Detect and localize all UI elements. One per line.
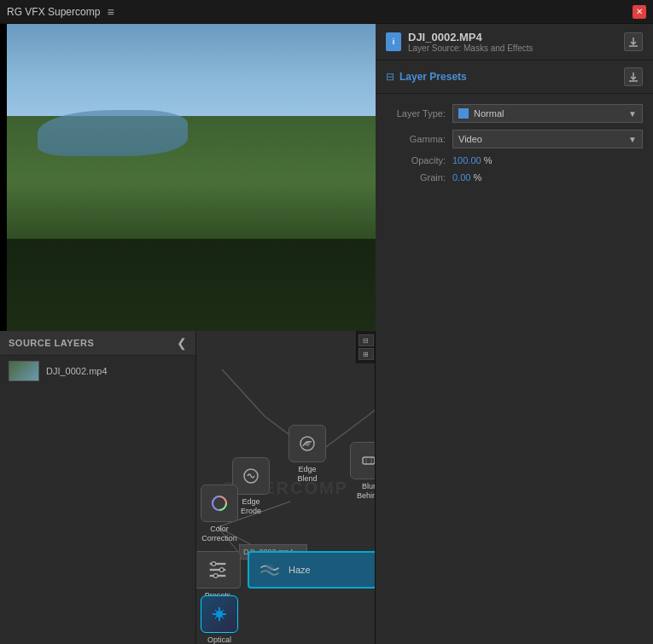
node-label-color-correction: Color Correction xyxy=(201,525,237,543)
grain-label: Grain: xyxy=(386,172,446,183)
preview-dark1 xyxy=(0,239,376,331)
property-row-layer-type: Layer Type: Normal ▼ xyxy=(376,101,653,126)
grain-value-area: 0.00 % xyxy=(452,172,643,183)
node-presets[interactable]: Presets xyxy=(196,551,241,600)
svg-point-21 xyxy=(265,564,273,571)
node-toolbar: ⊟ ⊞ xyxy=(356,331,375,363)
properties-area: Layer Type: Normal ▼ Gamma: Video ▼ xyxy=(376,94,653,193)
layer-name: DJI_0002.mp4 xyxy=(46,366,108,376)
main-layout: SOURCE LAYERS ❮ DJI_0002.mp4 SUPERCOMP xyxy=(0,24,653,644)
file-info-header: i DJI_0002.MP4 Layer Source: Masks and E… xyxy=(376,24,653,61)
property-row-grain: Grain: 0.00 % xyxy=(376,169,653,186)
layer-type-value: Normal ▼ xyxy=(452,104,643,123)
preview-water xyxy=(38,110,188,156)
opacity-unit: % xyxy=(484,155,493,165)
layer-thumbnail xyxy=(9,361,39,381)
layer-type-dropdown-label: Normal xyxy=(474,108,623,119)
opacity-label: Opacity: xyxy=(386,155,446,165)
gamma-label: Gamma: xyxy=(386,134,446,144)
preview-image xyxy=(0,24,376,331)
opacity-value[interactable]: 100.00 xyxy=(452,155,481,165)
source-layers-header: SOURCE LAYERS ❮ xyxy=(0,331,195,356)
left-black-bar xyxy=(0,24,7,331)
toolbar-btn-1[interactable]: ⊟ xyxy=(359,334,374,346)
node-haze[interactable]: Haze xyxy=(248,551,375,589)
layer-type-dropdown[interactable]: Normal ▼ xyxy=(452,104,643,123)
svg-point-20 xyxy=(213,574,218,578)
gamma-arrow: ▼ xyxy=(628,135,637,144)
node-label-edge-blend: Edge Blend xyxy=(297,465,317,484)
gamma-dropdown[interactable]: Video ▼ xyxy=(452,130,643,148)
node-label-edge-erode: Edge Erode xyxy=(241,497,261,516)
preview-area xyxy=(0,24,376,331)
source-layers-panel: SOURCE LAYERS ❮ DJI_0002.mp4 xyxy=(0,331,196,644)
file-subtitle: Layer Source: Masks and Effects xyxy=(408,44,533,53)
grain-unit: % xyxy=(473,172,481,183)
svg-line-0 xyxy=(222,369,265,416)
opacity-value-area: 100.00 % xyxy=(452,155,643,165)
node-label-optical-glow: Optical Glow xyxy=(207,635,231,644)
node-optical-glow[interactable]: Optical Glow ↖ xyxy=(201,595,238,644)
layer-type-arrow: ▼ xyxy=(628,109,637,119)
property-row-opacity: Opacity: 100.00 % xyxy=(376,152,653,169)
svg-point-18 xyxy=(212,562,216,566)
node-label-blur-behind: Blur Behind xyxy=(357,482,375,501)
title-bar: RG VFX Supercomp ≡ ✕ xyxy=(0,0,653,24)
download-button[interactable] xyxy=(624,32,643,51)
menu-icon[interactable]: ≡ xyxy=(107,5,114,19)
layer-presets-header: ⊟ Layer Presets xyxy=(376,61,653,94)
node-blur-behind[interactable]: Blur Behind xyxy=(350,442,375,501)
app-title: RG VFX Supercomp xyxy=(7,6,100,18)
node-icon-blur-behind xyxy=(350,442,375,479)
layer-type-color xyxy=(458,108,469,119)
gamma-dropdown-label: Video xyxy=(458,134,623,144)
sliders-icon: ⊟ xyxy=(386,71,394,83)
layer-presets-title: Layer Presets xyxy=(399,71,467,83)
collapse-button[interactable]: ❮ xyxy=(177,336,187,350)
svg-rect-11 xyxy=(363,457,375,464)
node-edge-blend[interactable]: Edge Blend xyxy=(289,425,326,484)
left-panel: SOURCE LAYERS ❮ DJI_0002.mp4 SUPERCOMP xyxy=(0,24,376,644)
node-canvas[interactable]: SUPERCOMP DJI_0002.mp4 xyxy=(196,331,375,644)
node-icon-optical-glow xyxy=(201,595,238,633)
file-name: DJI_0002.MP4 xyxy=(408,31,533,44)
file-icon: i xyxy=(386,32,401,51)
layer-presets-download[interactable] xyxy=(624,67,643,86)
presets-box xyxy=(196,551,241,589)
bottom-section: SOURCE LAYERS ❮ DJI_0002.mp4 SUPERCOMP xyxy=(0,331,375,644)
node-icon-edge-blend xyxy=(289,425,326,462)
gamma-value: Video ▼ xyxy=(452,130,643,148)
layer-type-label: Layer Type: xyxy=(386,108,446,119)
file-details: DJI_0002.MP4 Layer Source: Masks and Eff… xyxy=(408,31,533,53)
right-panel: i DJI_0002.MP4 Layer Source: Masks and E… xyxy=(376,24,653,644)
svg-line-3 xyxy=(367,382,375,416)
file-info-left: i DJI_0002.MP4 Layer Source: Masks and E… xyxy=(386,31,533,53)
toolbar-btn-2[interactable]: ⊞ xyxy=(359,348,374,360)
list-item[interactable]: DJI_0002.mp4 xyxy=(0,356,195,386)
node-color-correction[interactable]: Color Correction xyxy=(201,484,238,543)
layer-presets-title-area: ⊟ Layer Presets xyxy=(386,71,467,83)
source-layers-title: SOURCE LAYERS xyxy=(9,338,94,348)
svg-point-19 xyxy=(219,568,224,572)
haze-node-label: Haze xyxy=(289,565,311,575)
grain-value[interactable]: 0.00 xyxy=(452,172,470,183)
svg-point-10 xyxy=(305,441,310,446)
property-row-gamma: Gamma: Video ▼ xyxy=(376,126,653,152)
node-icon-color-correction xyxy=(201,484,238,522)
close-button[interactable]: ✕ xyxy=(633,5,646,19)
haze-box: Haze xyxy=(248,551,375,589)
